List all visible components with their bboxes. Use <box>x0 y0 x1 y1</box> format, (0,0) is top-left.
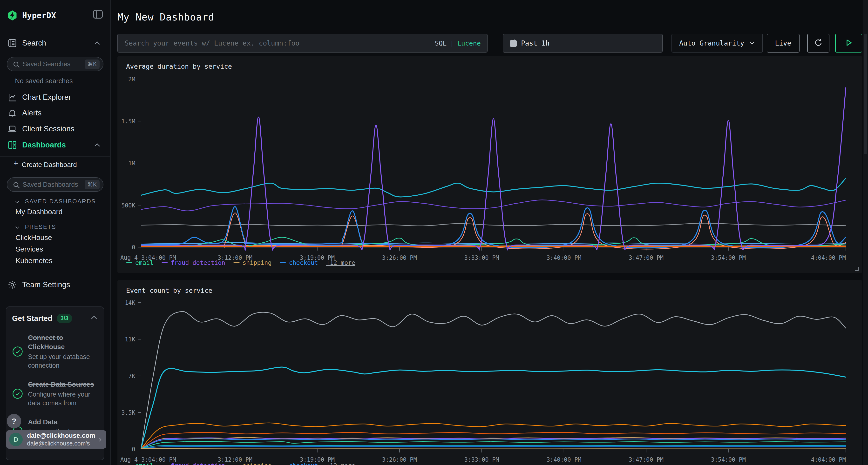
run-query-button[interactable] <box>835 34 862 53</box>
section-header: SAVED DASHBOARDS <box>25 198 96 204</box>
logo-row: HyperDX <box>0 9 111 22</box>
sidebar-item-kubernetes[interactable]: Kubernetes <box>16 257 52 265</box>
svg-text:3:47:00 PM: 3:47:00 PM <box>629 255 664 261</box>
chart-legend: emailfraud-detectionshippingcheckout+12 … <box>126 462 355 465</box>
divider <box>0 156 110 157</box>
saved-dashboards-section-toggle[interactable]: SAVED DASHBOARDS <box>16 198 96 205</box>
legend-item[interactable]: email <box>126 259 153 266</box>
get-started-item-desc: Configure where your data comes from <box>28 390 98 407</box>
legend-item[interactable]: checkout <box>280 462 318 465</box>
sidebar-item-search[interactable]: Search <box>0 37 111 49</box>
divider <box>0 50 110 51</box>
page-title: My New Dashboard <box>117 11 214 23</box>
legend-label: fraud-detection <box>171 259 225 266</box>
legend-item[interactable]: checkout <box>280 259 318 266</box>
chart-panel-avg-duration[interactable]: Average duration by service 0500K1M1.5M2… <box>117 56 862 273</box>
line-chart[interactable]: 0500K1M1.5M2MAug 4 3:04:00 PM3:12:00 PM3… <box>117 72 862 263</box>
bell-icon <box>7 108 18 118</box>
chevron-up-icon[interactable] <box>94 41 100 47</box>
dashboard-grid-icon <box>7 140 18 150</box>
line-chart[interactable]: 03.5K7K11K14KAug 4 3:04:00 PM3:12:00 PM3… <box>117 297 862 465</box>
legend-item[interactable]: email <box>126 462 153 465</box>
granularity-select[interactable]: Auto Granularity <box>672 34 763 53</box>
sidebar: HyperDX Search Saved Searches ⌘K No save… <box>0 0 111 465</box>
svg-text:3:33:00 PM: 3:33:00 PM <box>464 255 499 261</box>
legend-dash-icon <box>234 262 240 263</box>
svg-text:3:40:00 PM: 3:40:00 PM <box>547 456 582 463</box>
chevron-right-icon <box>98 437 101 441</box>
legend-item[interactable]: fraud-detection <box>161 462 225 465</box>
help-button[interactable]: ? <box>7 414 21 428</box>
chevron-up-icon[interactable] <box>94 143 100 149</box>
sidebar-item-team-settings[interactable]: Team Settings <box>0 278 111 291</box>
check-circle-icon <box>12 346 23 357</box>
hyperdx-logo-icon <box>7 10 18 21</box>
sidebar-item-chart-explorer[interactable]: Chart Explorer <box>0 91 111 104</box>
saved-searches-placeholder: Saved Searches <box>23 61 70 68</box>
legend-item[interactable]: shipping <box>234 259 272 266</box>
legend-more-link[interactable]: +12 more <box>326 259 355 266</box>
saved-searches-input[interactable]: Saved Searches ⌘K <box>7 57 103 71</box>
event-search-input[interactable]: Search your events w/ Lucene ex. column:… <box>117 34 488 53</box>
toggle-divider: | <box>450 39 454 47</box>
event-search-placeholder: Search your events w/ Lucene ex. column:… <box>125 39 435 47</box>
legend-item[interactable]: shipping <box>234 462 272 465</box>
legend-label: email <box>135 259 153 266</box>
get-started-item[interactable]: Connect to ClickHouse Set up your databa… <box>12 333 98 370</box>
calendar-icon <box>509 39 517 47</box>
legend-more-link[interactable]: +12 more <box>326 462 355 465</box>
time-range-picker[interactable]: Past 1h <box>503 34 662 53</box>
svg-text:3:40:00 PM: 3:40:00 PM <box>547 255 582 261</box>
get-started-item-title: Create Data Sources <box>28 380 98 389</box>
search-icon <box>12 61 20 69</box>
saved-dashboards-input[interactable]: Saved Dashboards ⌘K <box>7 177 103 192</box>
presets-section-toggle[interactable]: PRESETS <box>16 224 56 230</box>
resize-handle[interactable] <box>855 267 859 271</box>
get-started-item-desc: Set up your database connection <box>28 353 98 370</box>
avatar: D <box>9 433 23 446</box>
live-button[interactable]: Live <box>767 34 800 53</box>
legend-item[interactable]: fraud-detection <box>161 259 225 266</box>
chevron-up-icon[interactable] <box>91 315 97 321</box>
svg-text:3:47:00 PM: 3:47:00 PM <box>629 456 664 463</box>
sidebar-item-label: Alerts <box>22 109 41 117</box>
legend-label: shipping <box>243 462 272 465</box>
get-started-item-title: Add Data <box>28 418 98 427</box>
search-icon <box>12 181 20 190</box>
sql-toggle[interactable]: SQL <box>435 39 446 47</box>
legend-label: fraud-detection <box>171 462 225 465</box>
sidebar-item-services[interactable]: Services <box>16 245 43 253</box>
section-header: PRESETS <box>25 224 56 230</box>
svg-text:3:26:00 PM: 3:26:00 PM <box>382 255 417 261</box>
scrollbar-thumb[interactable] <box>864 34 867 154</box>
create-dashboard-label: Create Dashboard <box>22 161 77 169</box>
sidebar-item-label: Dashboards <box>22 141 66 150</box>
time-range-value: Past 1h <box>521 39 550 47</box>
sidebar-item-client-sessions[interactable]: Client Sessions <box>0 123 111 135</box>
svg-text:3:54:00 PM: 3:54:00 PM <box>711 255 746 261</box>
collapse-sidebar-button[interactable] <box>93 10 103 20</box>
get-started-item[interactable]: Create Data Sources Configure where your… <box>12 380 98 407</box>
get-started-header[interactable]: Get Started 3/3 <box>12 314 98 323</box>
journal-icon <box>7 38 18 48</box>
user-menu[interactable]: D dale@clickhouse.com dale@clickhouse.co… <box>6 430 106 449</box>
chart-line-icon <box>7 92 18 102</box>
svg-text:3:33:00 PM: 3:33:00 PM <box>464 456 499 463</box>
lucene-toggle[interactable]: Lucene <box>457 39 481 47</box>
app-title: HyperDX <box>22 11 56 20</box>
svg-text:4:04:00 PM: 4:04:00 PM <box>811 456 846 463</box>
chart-panel-event-count[interactable]: Event count by service 03.5K7K11K14KAug … <box>117 280 862 465</box>
legend-label: checkout <box>289 462 318 465</box>
chart-title: Event count by service <box>126 287 212 294</box>
sidebar-item-label: Chart Explorer <box>22 93 71 102</box>
sidebar-item-alerts[interactable]: Alerts <box>0 107 111 119</box>
get-started-progress-badge: 3/3 <box>57 314 72 323</box>
scrollbar[interactable] <box>863 0 868 465</box>
query-language-toggle[interactable]: SQL | Lucene <box>435 39 481 47</box>
sidebar-item-clickhouse[interactable]: ClickHouse <box>16 233 52 242</box>
sidebar-item-my-dashboard[interactable]: My Dashboard <box>16 208 62 216</box>
create-dashboard-button[interactable]: + Create Dashboard <box>0 158 111 171</box>
sidebar-item-dashboards[interactable]: Dashboards <box>0 139 111 151</box>
sidebar-item-label: Client Sessions <box>22 125 74 133</box>
refresh-button[interactable] <box>807 34 830 53</box>
